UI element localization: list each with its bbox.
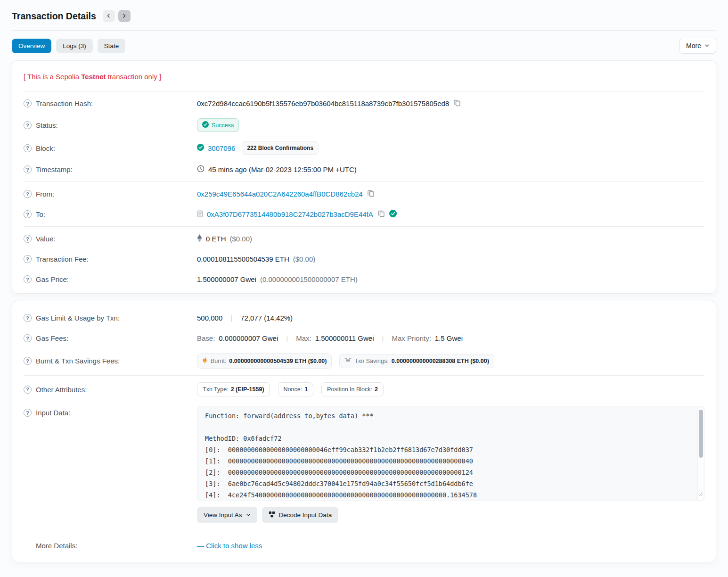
value-label: Value:	[36, 235, 55, 243]
chevron-left-icon	[106, 13, 111, 20]
input-data-actions: View Input As Decode Input Data	[197, 507, 704, 526]
input-data-line: MethodID: 0x6fadcf72	[205, 433, 690, 444]
money-wings-icon	[344, 358, 352, 364]
help-icon[interactable]	[24, 275, 32, 283]
status-label: Status:	[36, 121, 58, 129]
help-icon[interactable]	[24, 144, 32, 152]
transaction-fee-value: 0.000108115500504539 ETH	[197, 255, 289, 263]
help-icon[interactable]	[24, 314, 32, 322]
previous-txn-button[interactable]	[103, 10, 115, 22]
scrollbar-thumb[interactable]	[699, 410, 703, 458]
input-data-textarea[interactable]: Function: forward(address to,bytes data)…	[197, 406, 704, 501]
position-in-block-badge: Position In Block: 2	[321, 382, 384, 396]
help-icon[interactable]	[24, 386, 32, 394]
max-fee-value: 1.500000011 Gwei	[315, 334, 374, 342]
separator	[230, 314, 232, 322]
separator	[286, 334, 288, 342]
block-row: Block: 3007096 222 Block Confirmations	[24, 137, 704, 159]
burnt-fees-label: Burnt & Txn Savings Fees:	[36, 357, 120, 365]
txn-type-badge: Txn Type: 2 (EIP-1559)	[197, 382, 270, 396]
to-address-link[interactable]: 0xA3f07D6773514480b918C2742b027b3acD9E44…	[207, 210, 373, 218]
more-dropdown-button[interactable]: More	[679, 38, 716, 54]
gas-fees-label: Gas Fees:	[36, 334, 68, 342]
help-icon[interactable]	[24, 190, 32, 198]
txn-type-label: Txn Type:	[203, 386, 229, 393]
click-to-show-less-link[interactable]: — Click to show less	[197, 542, 262, 550]
overview-card: [ This is a Sepolia Testnet transaction …	[12, 60, 716, 294]
max-priority-fee-value: 1.5 Gwei	[435, 334, 463, 342]
copy-tx-hash-button[interactable]	[453, 99, 461, 108]
input-data-label: Input Data:	[36, 409, 70, 417]
help-icon[interactable]	[24, 334, 32, 342]
base-fee-value: 0.000000007 Gwei	[219, 334, 278, 342]
tx-hash-value: 0xc72d984ccac6190b5f135576eb97b03604bc81…	[197, 99, 449, 107]
from-address-link[interactable]: 0x259c49E65644a020C2A642260a4ffB0CD862cb…	[197, 190, 363, 198]
position-in-block-label: Position In Block:	[327, 386, 372, 393]
contract-document-icon	[197, 210, 203, 219]
txn-type-value: 2 (EIP-1559)	[231, 386, 264, 393]
burnt-badge-value: 0.000000000000504539 ETH ($0.00)	[229, 358, 327, 364]
tab-logs[interactable]: Logs (3)	[56, 39, 93, 53]
gas-price-value: 1.500000007 Gwei	[197, 275, 256, 283]
transaction-fee-label: Transaction Fee:	[36, 255, 89, 263]
testnet-warning: [ This is a Sepolia Testnet transaction …	[24, 65, 704, 89]
decode-input-data-button[interactable]: Decode Input Data	[262, 507, 339, 523]
help-icon[interactable]	[24, 99, 32, 107]
txn-savings-badge-label: Txn Savings:	[354, 358, 388, 364]
textarea-resize-handle[interactable]	[698, 495, 703, 500]
divider	[24, 533, 704, 533]
burnt-badge-label: Burnt:	[211, 358, 226, 364]
block-number-link[interactable]: 3007096	[208, 144, 235, 152]
from-row: From: 0x259c49E65644a020C2A642260a4ffB0C…	[24, 184, 704, 204]
block-label: Block:	[36, 144, 55, 152]
more-dropdown-label: More	[686, 42, 701, 49]
divider	[24, 375, 704, 376]
help-icon[interactable]	[24, 255, 32, 263]
gas-usage-value: 72,077 (14.42%)	[240, 314, 293, 322]
page-title: Transaction Details	[12, 11, 96, 22]
value-row: Value: 0 ETH ($0.00)	[24, 229, 704, 249]
tab-state[interactable]: State	[98, 39, 126, 53]
gas-price-row: Gas Price: 1.500000007 Gwei (0.000000001…	[24, 269, 704, 289]
decode-input-data-label: Decode Input Data	[279, 511, 332, 519]
view-input-as-button[interactable]: View Input As	[197, 507, 257, 523]
help-icon[interactable]	[24, 357, 32, 365]
help-icon[interactable]	[24, 235, 32, 243]
resize-grip-icon	[698, 488, 703, 500]
nonce-value: 1	[304, 386, 308, 393]
help-icon[interactable]	[24, 121, 32, 129]
to-row: To: 0xA3f07D6773514480b918C2742b027b3acD…	[24, 204, 704, 224]
timestamp-row: Timestamp: 45 mins ago (Mar-02-2023 12:5…	[24, 159, 704, 180]
txn-savings-badge-value: 0.000000000000288308 ETH ($0.00)	[392, 358, 489, 364]
divider	[24, 226, 704, 227]
copy-to-address-button[interactable]	[377, 209, 385, 219]
from-label: From:	[36, 190, 54, 198]
copy-from-address-button[interactable]	[367, 189, 375, 199]
input-data-line: [1]: 00000000000000000000000000000000000…	[205, 455, 690, 467]
more-details-label: More Details:	[36, 542, 77, 550]
help-icon[interactable]	[24, 210, 32, 218]
base-fee-label: Base:	[197, 334, 215, 342]
gas-price-eth: (0.000000001500000007 ETH)	[260, 275, 358, 283]
position-in-block-value: 2	[375, 386, 378, 393]
divider	[24, 91, 704, 91]
next-txn-button[interactable]	[118, 10, 131, 22]
chevron-right-icon	[122, 13, 127, 20]
status-badge: Success	[197, 118, 239, 132]
burnt-badge: Burnt: 0.000000000000504539 ETH ($0.00)	[197, 353, 332, 369]
tx-hash-row: Transaction Hash: 0xc72d984ccac6190b5f13…	[24, 93, 704, 114]
page-header: Transaction Details	[12, 0, 716, 30]
input-data-line: [4]: 4ce24f54000000000000000000000000000…	[205, 489, 690, 501]
separator	[382, 334, 384, 342]
timestamp-label: Timestamp:	[36, 165, 73, 173]
value-usd: ($0.00)	[230, 235, 253, 243]
verified-contract-check-icon	[389, 210, 397, 219]
block-confirmations-badge: 222 Block Confirmations	[242, 141, 319, 155]
help-icon[interactable]	[24, 409, 32, 417]
input-data-scrollbar[interactable]	[697, 407, 703, 500]
value-amount: 0 ETH	[206, 235, 226, 243]
gas-limit-row: Gas Limit & Usage by Txn: 500,000 72,077…	[24, 308, 704, 328]
tab-overview[interactable]: Overview	[12, 39, 51, 53]
help-icon[interactable]	[24, 165, 32, 173]
clock-icon	[197, 165, 204, 174]
